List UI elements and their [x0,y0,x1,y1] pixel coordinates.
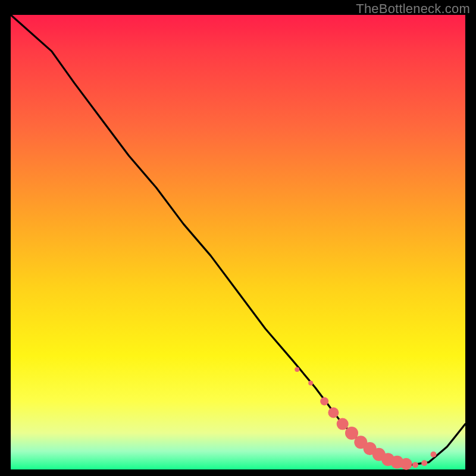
curve-markers [295,367,436,470]
chart-frame: TheBottleneck.com [0,0,476,476]
bottleneck-curve [11,15,465,465]
curve-marker [421,460,427,466]
curve-marker [320,397,328,405]
curve-marker [337,418,349,430]
plot-area [11,15,465,469]
curve-marker [412,462,418,468]
curve-marker [431,452,437,458]
curve-marker [328,408,339,418]
curve-svg [11,15,465,469]
curve-marker [400,458,412,470]
curve-marker [308,381,313,386]
curve-marker [295,367,299,372]
